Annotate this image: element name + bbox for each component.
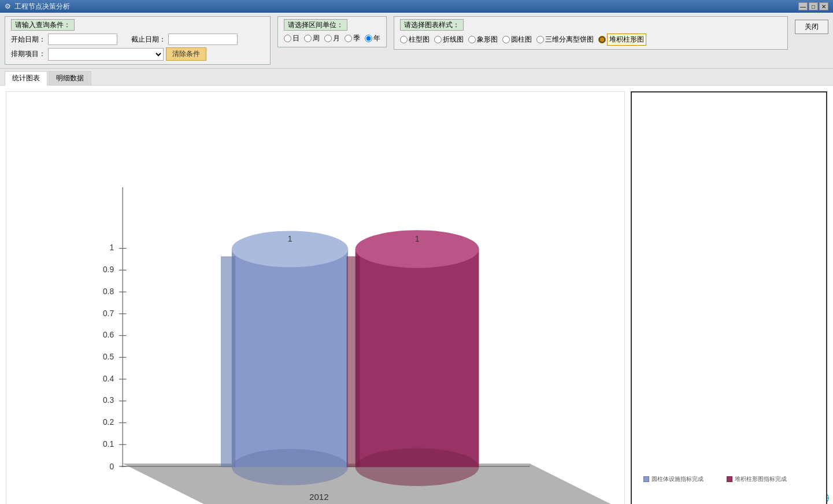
legend-color-2 <box>727 476 732 482</box>
legend-label-1: 圆柱体设施指标完成 <box>651 475 704 483</box>
svg-text:0.4: 0.4 <box>103 374 114 383</box>
interval-radio-week[interactable]: 周 <box>304 34 320 43</box>
start-date-input[interactable] <box>48 34 117 45</box>
interval-section: 请选择区间单位： 日 周 月 <box>277 16 387 47</box>
svg-text:1: 1 <box>288 234 293 243</box>
svg-point-28 <box>232 449 348 486</box>
chart-type-section: 请选择图表样式： 柱型图 折线图 象形图 <box>394 16 788 50</box>
svg-text:2012: 2012 <box>309 492 329 502</box>
svg-rect-25 <box>232 249 348 467</box>
legend-item-1: 圆柱体设施指标完成 <box>643 475 704 483</box>
schedule-item-label: 排期项目： <box>11 49 46 59</box>
query-section: 请输入查询条件： 开始日期： 截止日期： 排期项目： 清除条件 <box>5 16 271 65</box>
svg-text:0.1: 0.1 <box>103 439 114 449</box>
close-button[interactable]: 关闭 <box>795 20 828 34</box>
tab-chart[interactable]: 统计图表 <box>5 71 47 86</box>
toolbar-area: 请输入查询条件： 开始日期： 截止日期： 排期项目： 清除条件 <box>0 13 833 69</box>
interval-section-label: 请选择区间单位： <box>284 19 347 31</box>
interval-radio-year[interactable]: 年 <box>365 34 380 43</box>
minimize-button[interactable]: — <box>798 2 808 10</box>
legend-content: 圆柱体设施指标完成 堆积柱形图指标完成 <box>643 475 787 483</box>
chart-area: 0 0.1 0.2 0.3 0.4 0.5 0.6 0.7 0.8 0.9 1 <box>6 91 625 504</box>
title-bar-controls: — □ ✕ <box>798 2 828 10</box>
window-close-button[interactable]: ✕ <box>819 2 828 10</box>
end-date-input[interactable] <box>168 34 238 45</box>
svg-text:0.8: 0.8 <box>103 287 114 296</box>
end-date-label: 截止日期： <box>131 35 166 45</box>
svg-rect-30 <box>356 249 479 467</box>
chart-type-cylinder[interactable]: 圆柱图 <box>502 35 532 45</box>
svg-text:0.6: 0.6 <box>103 330 114 339</box>
svg-text:0.2: 0.2 <box>103 417 114 427</box>
tab-detail[interactable]: 明细数据 <box>49 71 91 85</box>
svg-text:0.9: 0.9 <box>103 265 114 274</box>
clear-conditions-button[interactable]: 清除条件 <box>166 47 206 61</box>
svg-text:0: 0 <box>109 462 114 471</box>
window-title: 工程节点决策分析 <box>14 2 70 12</box>
chart-type-section-label: 请选择图表样式： <box>400 19 464 31</box>
schedule-item-select[interactable] <box>48 48 164 61</box>
query-section-label: 请输入查询条件： <box>11 19 75 31</box>
chart-type-pictogram[interactable]: 象形图 <box>468 35 498 45</box>
svg-rect-26 <box>221 256 235 467</box>
legend-panel: 圆柱体设施指标完成 堆积柱形图指标完成 <box>631 91 827 504</box>
chart-type-pie3d[interactable]: 三维分离型饼图 <box>536 35 594 45</box>
chart-type-line[interactable]: 折线图 <box>434 35 464 45</box>
main-window: 请输入查询条件： 开始日期： 截止日期： 排期项目： 清除条件 <box>0 13 833 491</box>
svg-text:0.7: 0.7 <box>103 309 114 318</box>
start-date-label: 开始日期： <box>11 35 46 45</box>
maximize-button[interactable]: □ <box>809 2 818 10</box>
legend-label-2: 堆积柱形图指标完成 <box>735 475 787 483</box>
svg-text:1: 1 <box>415 234 420 243</box>
svg-point-33 <box>356 448 479 486</box>
chart-svg: 0 0.1 0.2 0.3 0.4 0.5 0.6 0.7 0.8 0.9 1 <box>6 92 624 504</box>
svg-rect-31 <box>347 256 360 467</box>
svg-text:0.5: 0.5 <box>103 352 114 361</box>
interval-radio-quarter[interactable]: 季 <box>345 34 360 43</box>
legend-color-1 <box>643 476 649 482</box>
content-area: 0 0.1 0.2 0.3 0.4 0.5 0.6 0.7 0.8 0.9 1 <box>0 86 833 504</box>
chart-type-stacked[interactable]: 堆积柱形图 <box>598 34 646 46</box>
close-button-area: 关闭 <box>795 16 828 34</box>
chart-type-radio-group: 柱型图 折线图 象形图 圆柱图 <box>400 34 782 46</box>
interval-radio-group: 日 周 月 季 年 <box>284 34 380 43</box>
interval-radio-month[interactable]: 月 <box>324 34 340 43</box>
title-icon: ⚙ <box>5 2 11 10</box>
svg-text:1: 1 <box>109 243 114 252</box>
legend-item-2: 堆积柱形图指标完成 <box>727 475 787 483</box>
tabs-area: 统计图表 明细数据 <box>0 69 833 86</box>
svg-text:0.3: 0.3 <box>103 396 114 405</box>
chart-type-bar[interactable]: 柱型图 <box>400 35 430 45</box>
interval-radio-day[interactable]: 日 <box>284 34 299 43</box>
title-bar: ⚙ 工程节点决策分析 — □ ✕ <box>0 0 833 13</box>
